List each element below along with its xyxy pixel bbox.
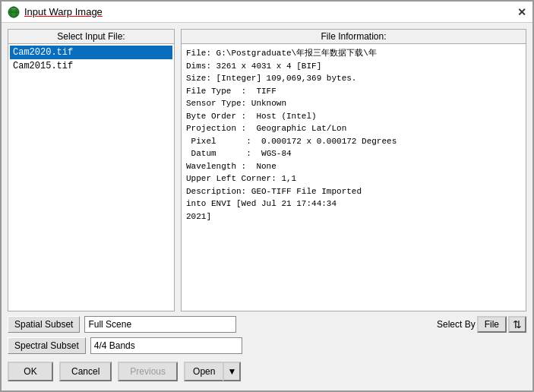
main-window: Input Warp Image ✕ Select Input File: Ca…	[0, 0, 534, 392]
spectral-subset-input[interactable]	[90, 337, 242, 354]
file-select-panel: Select Input File: Cam2020.tif Cam2015.t…	[8, 29, 175, 311]
open-button[interactable]: Open	[184, 362, 223, 381]
select-by-label: Select By	[437, 319, 476, 330]
list-item[interactable]: Cam2020.tif	[10, 46, 172, 59]
close-button[interactable]: ✕	[517, 6, 526, 18]
sort-button[interactable]: ⇅	[508, 316, 526, 333]
file-info-panel: File Information: File: G:\Postgraduate\…	[181, 29, 526, 311]
top-panels: Select Input File: Cam2020.tif Cam2015.t…	[8, 29, 526, 311]
title-bar: Input Warp Image ✕	[2, 2, 532, 23]
title-text: Input Warp Image	[24, 6, 103, 17]
ok-button[interactable]: OK	[8, 362, 53, 381]
bottom-buttons: OK Cancel Previous Open ▼	[8, 359, 526, 384]
spatial-subset-input[interactable]	[84, 316, 236, 333]
file-info-content: File: G:\Postgraduate\年报三年数据下载\年 Dims: 3…	[182, 44, 526, 311]
file-select-label: Select Input File:	[8, 30, 174, 44]
open-dropdown-arrow[interactable]: ▼	[223, 362, 241, 381]
spatial-subset-button[interactable]: Spatial Subset	[8, 316, 80, 333]
spectral-subset-button[interactable]: Spectral Subset	[8, 337, 86, 354]
previous-button[interactable]: Previous	[118, 362, 178, 381]
spatial-subset-row: Spatial Subset Select By File ⇅	[8, 316, 526, 333]
cancel-button[interactable]: Cancel	[59, 362, 112, 381]
file-info-label: File Information:	[182, 30, 526, 44]
open-button-group: Open ▼	[184, 362, 241, 381]
spectral-subset-row: Spectral Subset	[8, 337, 526, 354]
file-button[interactable]: File	[477, 316, 507, 333]
app-icon	[8, 6, 20, 18]
file-list: Cam2020.tif Cam2015.tif	[8, 44, 174, 311]
list-item[interactable]: Cam2015.tif	[10, 59, 172, 73]
content-area: Select Input File: Cam2020.tif Cam2015.t…	[2, 23, 532, 390]
